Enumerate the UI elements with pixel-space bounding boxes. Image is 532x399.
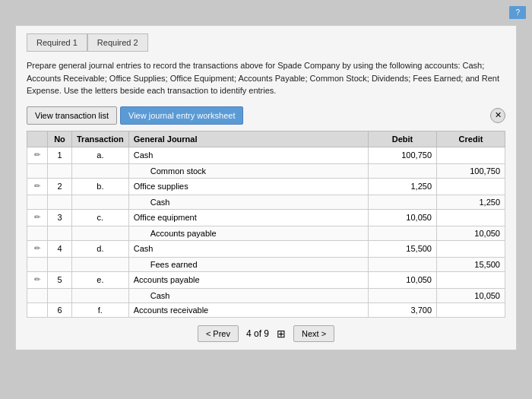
row-no: 6	[48, 302, 72, 317]
row-debit	[369, 288, 437, 302]
row-credit: 100,750	[437, 163, 505, 178]
edit-icon-row-5[interactable]: ✏	[32, 275, 43, 286]
row-debit	[369, 195, 437, 209]
col-no-header: No	[48, 131, 72, 147]
col-debit-header: Debit	[369, 131, 437, 147]
view-journal-entry-worksheet-button[interactable]: View journal entry worksheet	[120, 106, 243, 125]
instructions-text: Prepare general journal entries to recor…	[27, 59, 505, 97]
row-credit	[437, 240, 505, 257]
row-debit: 10,050	[369, 271, 437, 288]
row-debit: 3,700	[369, 302, 437, 317]
row-transaction: f.	[72, 302, 129, 317]
close-button[interactable]: ✕	[490, 108, 505, 123]
row-transaction	[72, 288, 129, 302]
page-info: 4 of 9	[246, 328, 269, 339]
row-transaction	[72, 226, 129, 240]
grid-icon[interactable]: ⊞	[277, 328, 286, 340]
row-account: Cash	[128, 195, 368, 209]
row-account: Accounts payable	[128, 226, 368, 240]
button-bar: View transaction list View journal entry…	[27, 106, 505, 125]
row-credit: 10,050	[437, 288, 505, 302]
row-debit	[369, 226, 437, 240]
row-account: Office equipment	[128, 209, 368, 226]
row-account: Accounts payable	[128, 271, 368, 288]
row-no: 2	[48, 178, 72, 195]
edit-icon-row-3[interactable]: ✏	[32, 213, 43, 223]
row-transaction: e.	[72, 271, 129, 288]
prev-button[interactable]: < Prev	[198, 325, 239, 342]
row-transaction: c.	[72, 209, 129, 226]
row-debit	[369, 257, 437, 271]
edit-icon-row-2[interactable]: ✏	[32, 182, 43, 192]
row-credit	[437, 209, 505, 226]
tabs-row: Required 1 Required 2	[27, 33, 505, 52]
pagination-row: < Prev 4 of 9 ⊞ Next >	[27, 325, 505, 342]
row-transaction	[72, 195, 129, 209]
row-no	[48, 288, 72, 302]
col-edit-header	[27, 131, 48, 147]
row-credit	[437, 178, 505, 195]
next-button[interactable]: Next >	[293, 325, 334, 342]
row-no: 4	[48, 240, 72, 257]
top-help-button[interactable]: ?	[509, 6, 526, 19]
tab-required1[interactable]: Required 1	[27, 33, 87, 52]
row-debit: 1,250	[369, 178, 437, 195]
row-no: 5	[48, 271, 72, 288]
row-no: 1	[48, 147, 72, 163]
row-debit: 15,500	[369, 240, 437, 257]
row-credit: 15,500	[437, 257, 505, 271]
row-credit: 10,050	[437, 226, 505, 240]
tab-required2[interactable]: Required 2	[87, 33, 148, 52]
edit-icon-row-1[interactable]: ✏	[32, 150, 43, 161]
row-debit	[369, 163, 437, 178]
row-transaction	[72, 257, 129, 271]
edit-icon-row-4[interactable]: ✏	[32, 244, 43, 255]
row-account: Common stock	[128, 163, 368, 178]
row-credit	[437, 271, 505, 288]
row-account: Fees earned	[128, 257, 368, 271]
col-credit-header: Credit	[437, 131, 505, 147]
row-account: Office supplies	[128, 178, 368, 195]
row-debit: 100,750	[369, 147, 437, 163]
col-general-journal-header: General Journal	[128, 131, 368, 147]
col-transaction-header: Transaction	[72, 131, 129, 147]
row-account: Cash	[128, 147, 368, 163]
row-debit: 10,050	[369, 209, 437, 226]
row-no	[48, 163, 72, 178]
row-no	[48, 195, 72, 209]
row-transaction	[72, 163, 129, 178]
row-account: Cash	[128, 240, 368, 257]
row-account: Accounts receivable	[128, 302, 368, 317]
row-account: Cash	[128, 288, 368, 302]
row-no	[48, 257, 72, 271]
journal-table: No Transaction General Journal Debit Cre…	[27, 131, 505, 318]
row-transaction: d.	[72, 240, 129, 257]
row-no	[48, 226, 72, 240]
row-transaction: b.	[72, 178, 129, 195]
row-credit	[437, 147, 505, 163]
row-transaction: a.	[72, 147, 129, 163]
row-credit: 1,250	[437, 195, 505, 209]
view-transaction-list-button[interactable]: View transaction list	[27, 106, 117, 125]
row-credit	[437, 302, 505, 317]
row-no: 3	[48, 209, 72, 226]
